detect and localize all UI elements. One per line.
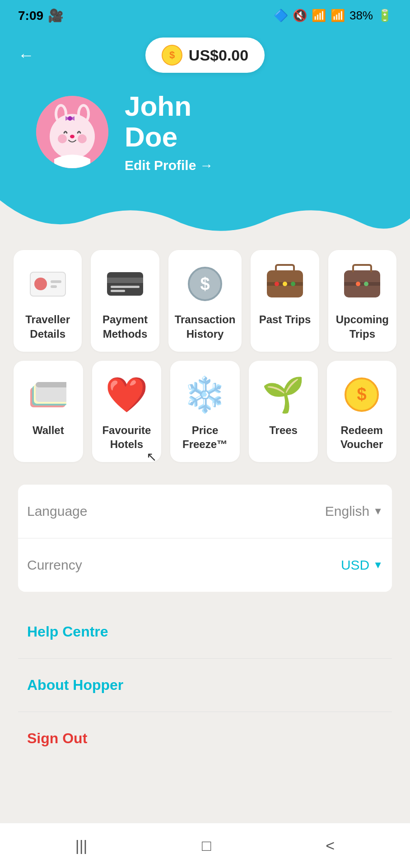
top-bar: ← $ US$0.00	[18, 38, 392, 73]
favourite-hotels-label: FavouriteHotels	[102, 423, 151, 451]
language-dropdown-icon: ▼	[373, 505, 383, 517]
menu-grid-row2: Wallet ❤️ FavouriteHotels ❄️ PriceFreeze…	[14, 361, 396, 462]
edit-profile-arrow: →	[200, 158, 213, 173]
trees-icon: 🌱	[263, 374, 304, 415]
price-freeze-icon: ❄️	[185, 374, 225, 415]
settings-section: Language English ▼ Currency USD ▼	[0, 480, 410, 596]
menu-item-price-freeze[interactable]: ❄️ PriceFreeze™	[170, 361, 240, 462]
time-display: 7:09	[18, 9, 43, 23]
nav-back-icon[interactable]: <	[326, 837, 335, 854]
battery-display: 38%	[349, 9, 373, 23]
signal-icon: 📶	[331, 9, 345, 23]
svg-point-11	[58, 134, 67, 143]
transaction-history-icon: $	[185, 264, 225, 304]
transaction-history-label: TransactionHistory	[175, 312, 236, 340]
bottom-navigation: ||| □ <	[0, 823, 410, 868]
svg-point-10	[68, 116, 72, 121]
about-hopper-row[interactable]: About Hopper	[18, 659, 392, 712]
balance-amount: US$0.00	[189, 47, 248, 64]
svg-point-13	[70, 135, 75, 138]
favourite-hotels-icon: ❤️	[106, 374, 147, 415]
currency-selected: USD	[341, 557, 369, 573]
redeem-voucher-icon: $	[341, 374, 382, 415]
upcoming-trips-label: UpcomingTrips	[336, 312, 389, 340]
profile-info: John Doe Edit Profile →	[125, 91, 213, 173]
wallet-label: Wallet	[33, 423, 64, 437]
menu-item-traveller-details[interactable]: TravellerDetails	[14, 250, 82, 351]
help-centre-link: Help Centre	[27, 623, 108, 640]
sign-out-row[interactable]: Sign Out	[18, 712, 392, 765]
language-selected: English	[325, 504, 369, 519]
menu-item-past-trips[interactable]: Past Trips	[251, 250, 319, 351]
svg-rect-18	[36, 382, 66, 387]
sign-out-link: Sign Out	[27, 730, 87, 746]
status-bar: 7:09 🎥 🔷 🔇 📶 📶 38% 🔋	[0, 0, 410, 28]
back-icon: ←	[18, 46, 34, 64]
redeem-voucher-label: RedeemVoucher	[340, 423, 383, 451]
back-button[interactable]: ←	[18, 46, 34, 65]
price-freeze-label: PriceFreeze™	[182, 423, 228, 451]
edit-profile-label: Edit Profile	[125, 158, 196, 173]
trees-label: Trees	[269, 423, 298, 437]
last-name: Doe	[125, 121, 177, 152]
svg-point-12	[78, 134, 87, 143]
traveller-details-label: TravellerDetails	[25, 312, 70, 340]
traveller-details-icon	[28, 264, 68, 304]
menu-item-upcoming-trips[interactable]: UpcomingTrips	[328, 250, 396, 351]
upcoming-trips-icon	[342, 264, 382, 304]
links-section: Help Centre About Hopper Sign Out	[0, 596, 410, 774]
currency-label: Currency	[27, 557, 82, 573]
camera-icon: 🎥	[48, 8, 64, 23]
svg-text:$: $	[169, 49, 175, 61]
menu-item-transaction-history[interactable]: $ TransactionHistory	[168, 250, 242, 351]
payment-methods-icon	[105, 264, 145, 304]
status-time: 7:09 🎥	[18, 8, 64, 23]
wave-divider	[0, 200, 410, 236]
battery-icon: 🔋	[377, 9, 392, 23]
wallet-icon	[28, 374, 69, 415]
menu-item-trees[interactable]: 🌱 Trees	[249, 361, 318, 462]
language-row[interactable]: Language English ▼	[18, 485, 392, 538]
first-name: John	[125, 90, 191, 122]
about-hopper-link: About Hopper	[27, 677, 123, 693]
grid-section: TravellerDetails PaymentMethods $	[0, 236, 410, 480]
menu-item-wallet[interactable]: Wallet	[14, 361, 83, 462]
nav-menu-icon[interactable]: |||	[75, 837, 88, 854]
currency-value: USD ▼	[341, 557, 383, 573]
currency-row[interactable]: Currency USD ▼	[18, 538, 392, 592]
menu-item-favourite-hotels[interactable]: ❤️ FavouriteHotels	[92, 361, 162, 462]
bluetooth-icon: 🔷	[274, 9, 288, 23]
currency-dropdown-icon: ▼	[373, 559, 383, 571]
menu-item-payment-methods[interactable]: PaymentMethods	[91, 250, 159, 351]
header-section: ← $ US$0.00	[0, 28, 410, 200]
menu-item-redeem-voucher[interactable]: $ RedeemVoucher	[327, 361, 396, 462]
help-centre-row[interactable]: Help Centre	[18, 605, 392, 659]
coin-icon: $	[162, 45, 182, 66]
past-trips-label: Past Trips	[259, 312, 311, 326]
past-trips-icon	[265, 264, 305, 304]
status-icons: 🔷 🔇 📶 📶 38% 🔋	[274, 9, 392, 23]
balance-pill[interactable]: $ US$0.00	[145, 38, 265, 73]
mute-icon: 🔇	[293, 9, 307, 23]
wifi-icon: 📶	[312, 9, 326, 23]
avatar	[36, 96, 108, 168]
payment-methods-label: PaymentMethods	[102, 312, 148, 340]
nav-home-icon[interactable]: □	[202, 837, 211, 854]
avatar-image	[36, 96, 108, 168]
language-value: English ▼	[325, 504, 383, 519]
profile-section: John Doe Edit Profile →	[18, 91, 392, 200]
edit-profile-button[interactable]: Edit Profile →	[125, 158, 213, 173]
menu-grid-row1: TravellerDetails PaymentMethods $	[14, 250, 396, 351]
language-label: Language	[27, 504, 87, 519]
profile-name: John Doe	[125, 91, 213, 152]
